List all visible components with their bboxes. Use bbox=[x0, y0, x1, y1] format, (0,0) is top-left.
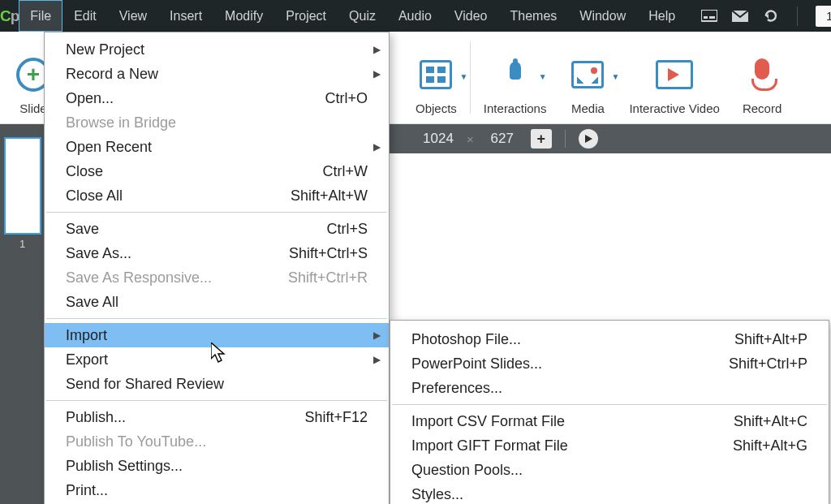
chevron-right-icon: ▶ bbox=[373, 68, 381, 80]
play-button[interactable] bbox=[579, 129, 598, 149]
logo-c: C bbox=[0, 7, 11, 25]
file-item-print[interactable]: Print... bbox=[45, 478, 389, 502]
slide-thumbnail[interactable] bbox=[4, 137, 41, 235]
menu-item-label: Save All bbox=[66, 294, 118, 311]
menu-item-shortcut: Shift+Alt+W bbox=[271, 187, 368, 205]
import-item-powerpoint-slides[interactable]: PowerPoint Slides...Shift+Ctrl+P bbox=[390, 351, 829, 376]
tool-ivideo-label: Interactive Video bbox=[629, 101, 719, 115]
tool-record-label: Record bbox=[743, 101, 781, 115]
sync-icon[interactable] bbox=[763, 10, 779, 23]
menu-item-shortcut: Ctrl+O bbox=[305, 90, 368, 107]
menu-item-label: Open Recent bbox=[66, 139, 152, 156]
menu-item-label: Import CSV Format File bbox=[411, 413, 565, 430]
import-item-import-csv-format-file[interactable]: Import CSV Format FileShift+Alt+C bbox=[390, 409, 829, 433]
chevron-right-icon: ▶ bbox=[373, 141, 381, 153]
menu-project[interactable]: Project bbox=[274, 0, 338, 32]
menu-themes[interactable]: Themes bbox=[499, 0, 569, 32]
canvas-height[interactable]: 627 bbox=[484, 131, 521, 147]
menu-item-label: Open... bbox=[66, 90, 114, 107]
menu-item-label: Save As... bbox=[66, 245, 131, 262]
slides-panel: 1 bbox=[0, 124, 45, 504]
menu-item-label: Save As Responsive... bbox=[66, 269, 212, 286]
menu-quiz[interactable]: Quiz bbox=[338, 0, 387, 32]
divider bbox=[470, 41, 471, 114]
menu-insert[interactable]: Insert bbox=[158, 0, 213, 32]
svg-rect-1 bbox=[704, 16, 708, 19]
menu-help[interactable]: Help bbox=[637, 0, 687, 32]
file-item-open-recent[interactable]: Open Recent▶ bbox=[45, 135, 389, 159]
page-current-input[interactable]: 1 bbox=[816, 6, 831, 27]
tool-record[interactable]: Record bbox=[731, 32, 793, 123]
menu-item-label: Styles... bbox=[411, 486, 463, 503]
import-item-import-gift-format-file[interactable]: Import GIFT Format FileShift+Alt+G bbox=[390, 433, 829, 458]
captioning-icon[interactable] bbox=[701, 10, 717, 23]
dimension-x: × bbox=[467, 132, 474, 146]
file-item-save-as[interactable]: Save As...Shift+Ctrl+S bbox=[45, 241, 389, 265]
chevron-down-icon: ▼ bbox=[460, 72, 468, 81]
file-item-save[interactable]: SaveCtrl+S bbox=[45, 217, 389, 241]
file-item-close-all[interactable]: Close AllShift+Alt+W bbox=[45, 183, 389, 208]
tool-interactive-video[interactable]: Interactive Video bbox=[618, 32, 730, 123]
menu-item-label: Import bbox=[66, 327, 107, 344]
file-item-send-for-shared-review[interactable]: Send for Shared Review bbox=[45, 372, 389, 396]
file-item-import[interactable]: Import▶ bbox=[45, 323, 389, 347]
file-item-close[interactable]: CloseCtrl+W bbox=[45, 159, 389, 183]
menu-item-label: Photoshop File... bbox=[411, 331, 521, 348]
menu-window[interactable]: Window bbox=[568, 0, 637, 32]
tool-objects-label: Objects bbox=[416, 101, 457, 115]
menubar-tool-icons bbox=[687, 6, 816, 26]
file-item-record-a-new[interactable]: Record a New▶ bbox=[45, 62, 389, 86]
file-item-publish-settings[interactable]: Publish Settings... bbox=[45, 454, 389, 478]
file-item-browse-in-bridge: Browse in Bridge bbox=[45, 110, 389, 135]
chevron-right-icon: ▶ bbox=[373, 330, 381, 341]
menu-separator bbox=[46, 212, 387, 213]
chevron-right-icon: ▶ bbox=[373, 354, 381, 365]
menu-item-label: Preferences... bbox=[411, 380, 502, 397]
menu-item-label: Save bbox=[66, 221, 99, 238]
file-item-publish[interactable]: Publish...Shift+F12 bbox=[45, 405, 389, 429]
menu-item-label: Print... bbox=[66, 482, 108, 499]
menu-file[interactable]: File bbox=[19, 0, 62, 32]
menu-modify[interactable]: Modify bbox=[213, 0, 274, 32]
import-item-question-pools[interactable]: Question Pools... bbox=[390, 458, 829, 482]
menu-item-shortcut: Ctrl+S bbox=[307, 221, 368, 238]
file-item-publish-to-youtube: Publish To YouTube... bbox=[45, 429, 389, 454]
menu-audio[interactable]: Audio bbox=[387, 0, 443, 32]
menu-separator bbox=[392, 404, 827, 405]
menu-view[interactable]: View bbox=[108, 0, 158, 32]
objects-icon bbox=[420, 60, 452, 89]
mail-icon[interactable] bbox=[732, 10, 748, 23]
tool-interactions[interactable]: ▼ Interactions bbox=[472, 32, 558, 123]
add-button[interactable]: + bbox=[531, 129, 552, 149]
app-logo: Cp bbox=[0, 7, 19, 25]
file-item-export[interactable]: Export▶ bbox=[45, 347, 389, 372]
file-item-save-as-responsive: Save As Responsive...Shift+Ctrl+R bbox=[45, 265, 389, 290]
menubar: Cp File Edit View Insert Modify Project … bbox=[0, 0, 831, 32]
svg-rect-2 bbox=[709, 16, 715, 19]
interactions-icon bbox=[502, 58, 529, 91]
page-counter: 1 / bbox=[816, 6, 831, 27]
menu-item-shortcut: Shift+Alt+G bbox=[713, 437, 807, 454]
menu-edit[interactable]: Edit bbox=[62, 0, 108, 32]
tool-media-label: Media bbox=[571, 101, 605, 115]
menu-item-shortcut: Shift+F12 bbox=[285, 409, 368, 426]
divider bbox=[565, 130, 566, 148]
file-item-new-project[interactable]: New Project▶ bbox=[45, 37, 389, 62]
file-item-save-all[interactable]: Save All bbox=[45, 290, 389, 314]
media-icon bbox=[571, 61, 604, 88]
menu-item-label: New Project bbox=[66, 41, 144, 58]
svg-rect-0 bbox=[701, 10, 717, 21]
menu-item-label: Close bbox=[66, 163, 103, 180]
menu-item-label: Close All bbox=[66, 187, 123, 205]
tool-objects[interactable]: ▼ Objects bbox=[404, 32, 468, 123]
menu-video[interactable]: Video bbox=[443, 0, 499, 32]
menu-item-shortcut: Shift+Alt+C bbox=[714, 413, 807, 430]
import-item-styles[interactable]: Styles... bbox=[390, 482, 829, 504]
tool-media[interactable]: ▼ Media bbox=[558, 32, 618, 123]
import-item-preferences[interactable]: Preferences... bbox=[390, 376, 829, 400]
menu-item-shortcut: Shift+Ctrl+P bbox=[709, 355, 807, 373]
interactive-video-icon bbox=[656, 60, 693, 89]
file-item-open[interactable]: Open...Ctrl+O bbox=[45, 86, 389, 110]
canvas-width[interactable]: 1024 bbox=[420, 131, 457, 147]
import-item-photoshop-file[interactable]: Photoshop File...Shift+Alt+P bbox=[390, 327, 829, 351]
